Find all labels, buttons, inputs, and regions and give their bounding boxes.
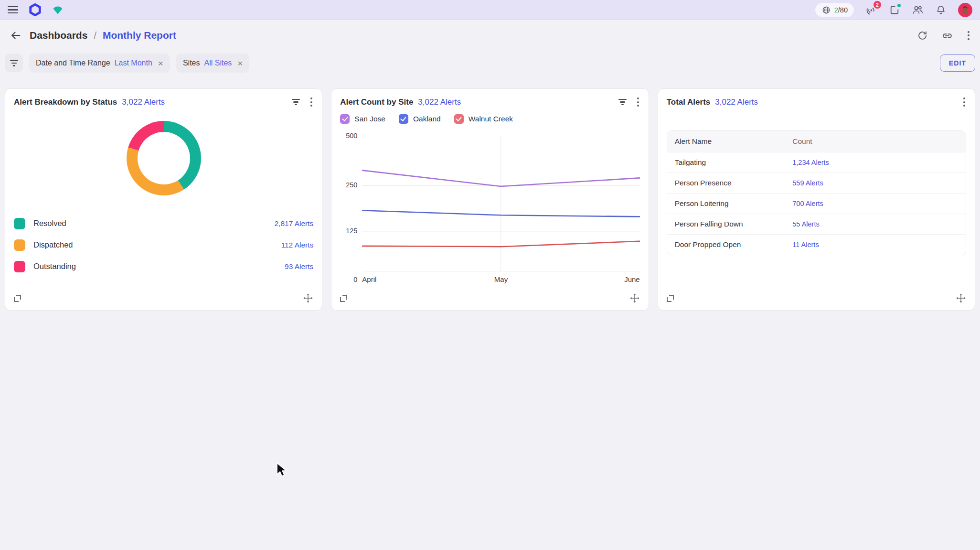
legend-value-link[interactable]: 93 Alerts [285, 262, 313, 271]
y-axis-tick: 250 [338, 181, 357, 189]
x-axis-tick: May [494, 275, 508, 283]
filter-list-icon [10, 60, 18, 66]
chip-value[interactable]: Last Month [115, 59, 152, 67]
globe-icon [821, 5, 831, 15]
connection-status-fan-icon[interactable] [52, 5, 64, 15]
breadcrumb-bar: Dashboards / Monthly Report [0, 20, 980, 51]
site-label: San Jose [354, 115, 385, 123]
alert-name: Person Presence [667, 179, 793, 187]
alert-name: Person Falling Down [667, 220, 793, 228]
filter-chip-date-range[interactable]: Date and Time Range Last Month × [29, 54, 170, 73]
card-count-link[interactable]: 3,022 Alerts [715, 97, 758, 107]
chip-close-icon[interactable]: × [237, 59, 243, 68]
topbar: 2/80 2 [0, 0, 980, 20]
move-card-icon[interactable] [629, 293, 640, 303]
alerts-radar-icon[interactable]: 2 [865, 4, 877, 16]
people-icon[interactable] [912, 4, 924, 16]
refresh-icon[interactable] [917, 30, 928, 41]
filter-bar: Date and Time Range Last Month × Sites A… [0, 51, 980, 75]
card-title: Alert Breakdown by Status [14, 97, 117, 107]
alert-name: Door Propped Open [667, 240, 793, 249]
app-logo-hexagon-icon[interactable] [29, 3, 42, 16]
line-chart-svg [362, 135, 639, 271]
column-header-alert-name: Alert Name [667, 137, 793, 146]
legend-swatch-outstanding [14, 261, 25, 272]
checkbox-checked-icon [399, 114, 408, 124]
usage-counter-pill[interactable]: 2/80 [815, 3, 854, 17]
card-title: Total Alerts [667, 97, 711, 107]
legend-row: Resolved 2,817 Alerts [14, 213, 313, 234]
checkbox-checked-icon [340, 114, 350, 124]
copy-link-icon[interactable] [941, 30, 953, 42]
card-filter-icon[interactable] [618, 99, 627, 105]
card-total-alerts: Total Alerts 3,022 Alerts Alert Name Cou… [658, 88, 975, 311]
move-card-icon[interactable] [303, 293, 313, 303]
dashboard-cards: Alert Breakdown by Status 3,022 Alerts R… [0, 75, 980, 311]
legend-row: Dispatched 112 Alerts [14, 234, 313, 256]
hamburger-menu-icon[interactable] [8, 6, 18, 14]
edit-button[interactable]: EDIT [940, 54, 975, 72]
alert-count-link[interactable]: 55 Alerts [792, 220, 819, 228]
site-checkbox-walnut-creek[interactable]: Walnut Creek [454, 114, 513, 124]
page-kebab-menu-icon[interactable] [967, 30, 970, 41]
breadcrumb-root[interactable]: Dashboards [30, 30, 87, 41]
alert-count-link[interactable]: 559 Alerts [792, 179, 823, 187]
alert-count-link[interactable]: 1,234 Alerts [792, 159, 829, 166]
card-alert-breakdown: Alert Breakdown by Status 3,022 Alerts R… [5, 88, 322, 311]
move-card-icon[interactable] [956, 293, 966, 303]
column-header-count: Count [792, 137, 812, 146]
alert-count-link[interactable]: 11 Alerts [792, 241, 819, 248]
site-label: Oakland [413, 115, 441, 123]
x-axis-tick: April [362, 275, 376, 283]
x-axis-tick: June [624, 275, 640, 283]
bell-icon[interactable] [935, 4, 947, 16]
door-status-dot [896, 3, 902, 8]
table-row: Door Propped Open 11 Alerts [667, 234, 966, 255]
chip-label: Date and Time Range [36, 59, 110, 67]
legend-value-link[interactable]: 2,817 Alerts [274, 219, 313, 228]
legend-row: Outstanding 93 Alerts [14, 256, 313, 277]
legend-label: Outstanding [33, 262, 76, 271]
card-alert-count-by-site: Alert Count by Site 3,022 Alerts San Jos… [331, 88, 649, 311]
card-kebab-menu-icon[interactable] [962, 97, 966, 108]
table-row: Tailgating 1,234 Alerts [667, 152, 966, 173]
breadcrumb-separator: / [94, 30, 96, 41]
breadcrumb-current[interactable]: Monthly Report [103, 30, 176, 41]
chip-value[interactable]: All Sites [204, 59, 232, 67]
radar-badge: 2 [873, 1, 881, 9]
legend-label: Dispatched [33, 240, 73, 249]
legend-value-link[interactable]: 112 Alerts [281, 241, 314, 249]
door-frame-icon[interactable] [889, 4, 900, 16]
alert-name: Tailgating [667, 158, 793, 167]
legend-swatch-resolved [14, 218, 25, 229]
card-kebab-menu-icon[interactable] [636, 97, 640, 108]
filter-chip-sites[interactable]: Sites All Sites × [176, 54, 249, 73]
legend-swatch-dispatched [14, 239, 25, 251]
line-chart: 500 250 125 0 April May June [362, 135, 639, 271]
chip-label: Sites [183, 59, 200, 67]
alerts-table: Alert Name Count Tailgating 1,234 Alerts… [667, 130, 966, 255]
table-row: Person Loitering 700 Alerts [667, 193, 966, 214]
expand-card-icon[interactable] [14, 295, 21, 302]
card-count-link[interactable]: 3,022 Alerts [122, 97, 165, 107]
expand-card-icon[interactable] [667, 295, 674, 302]
mouse-cursor [276, 463, 289, 477]
card-title: Alert Count by Site [340, 97, 413, 107]
alert-count-link[interactable]: 700 Alerts [792, 200, 823, 207]
donut-chart [127, 121, 201, 195]
site-label: Walnut Creek [469, 115, 513, 123]
chip-close-icon[interactable]: × [158, 59, 163, 68]
back-arrow-icon[interactable] [10, 29, 22, 42]
card-count-link[interactable]: 3,022 Alerts [418, 97, 461, 107]
site-checkbox-oakland[interactable]: Oakland [399, 114, 441, 124]
table-row: Person Falling Down 55 Alerts [667, 214, 966, 234]
avatar[interactable] [958, 3, 972, 17]
alert-name: Person Loitering [667, 199, 793, 208]
card-kebab-menu-icon[interactable] [309, 97, 313, 108]
card-filter-icon[interactable] [292, 99, 300, 105]
usage-current: 2 [834, 6, 838, 14]
y-axis-tick: 0 [338, 276, 357, 283]
site-checkbox-san-jose[interactable]: San Jose [340, 114, 385, 124]
expand-card-icon[interactable] [340, 295, 347, 302]
filter-list-button[interactable] [5, 54, 23, 72]
